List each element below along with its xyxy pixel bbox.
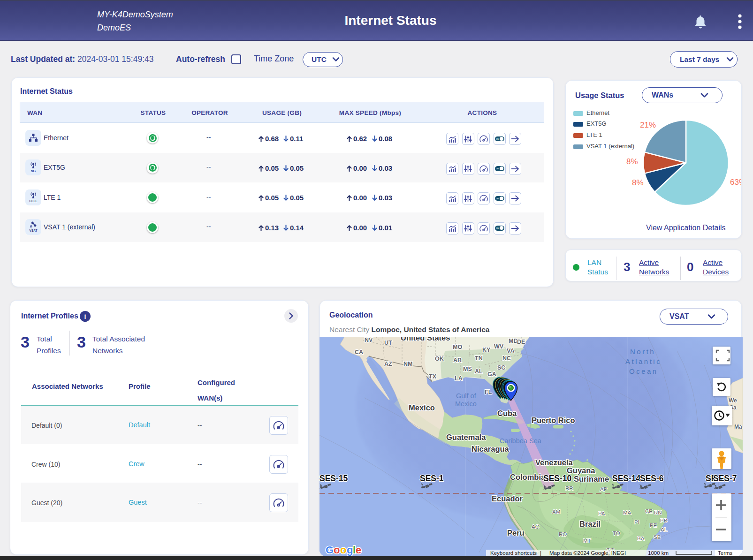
- svg-text:Ecuador: Ecuador: [492, 494, 523, 503]
- svg-text:SES-10: SES-10: [543, 474, 572, 483]
- svg-text:DE: DE: [517, 339, 525, 345]
- svg-text:We: We: [729, 397, 737, 404]
- svg-text:TN: TN: [475, 355, 483, 362]
- svg-text:BA: BA: [637, 536, 645, 541]
- svg-text:AZ: AZ: [384, 361, 392, 367]
- svg-text:1000 km: 1000 km: [648, 550, 669, 556]
- svg-text:Ocean: Ocean: [629, 367, 658, 375]
- svg-text:MD: MD: [509, 338, 517, 344]
- svg-text:SES-7: SES-7: [713, 474, 737, 483]
- svg-text:Sea: Sea: [529, 437, 542, 445]
- svg-text:Mexico: Mexico: [409, 403, 435, 412]
- svg-text:Nicaragua: Nicaragua: [472, 445, 510, 453]
- svg-text:|: |: [540, 550, 541, 556]
- svg-text:G: G: [326, 544, 334, 556]
- svg-text:FL: FL: [485, 389, 492, 395]
- svg-text:CA: CA: [355, 349, 363, 356]
- svg-text:Terms: Terms: [718, 550, 733, 556]
- svg-text:OK: OK: [435, 356, 444, 362]
- svg-text:MO: MO: [453, 344, 462, 350]
- svg-text:o: o: [334, 544, 340, 556]
- svg-text:Peru: Peru: [507, 529, 525, 537]
- svg-text:GA: GA: [487, 371, 496, 378]
- svg-text:e: e: [356, 544, 362, 556]
- svg-text:CELL: CELL: [30, 199, 38, 203]
- svg-text:AL: AL: [475, 368, 483, 375]
- svg-text:Colombia: Colombia: [510, 473, 546, 481]
- svg-text:MT: MT: [583, 538, 591, 544]
- svg-text:PI: PI: [634, 519, 639, 525]
- svg-text:VA: VA: [507, 348, 514, 354]
- svg-text:CE: CE: [645, 508, 653, 514]
- svg-text:RN: RN: [654, 510, 662, 515]
- svg-text:SES-6: SES-6: [640, 474, 664, 483]
- svg-text:NC: NC: [502, 355, 511, 362]
- svg-text:KY: KY: [482, 347, 491, 353]
- svg-text:SC: SC: [497, 364, 505, 371]
- svg-text:Suriname: Suriname: [574, 475, 609, 483]
- svg-text:Caribbea: Caribbea: [500, 437, 528, 445]
- svg-text:United States: United States: [401, 337, 450, 342]
- svg-text:Cuba: Cuba: [497, 409, 517, 417]
- svg-text:PB: PB: [660, 518, 668, 523]
- svg-text:LA: LA: [455, 375, 463, 382]
- svg-text:TO: TO: [613, 530, 620, 536]
- svg-text:o: o: [340, 544, 347, 556]
- svg-text:Puerto Rico: Puerto Rico: [532, 416, 575, 424]
- svg-text:AR: AR: [453, 357, 462, 363]
- svg-text:SES-15: SES-15: [319, 474, 348, 483]
- svg-text:SES-1: SES-1: [420, 474, 444, 483]
- svg-text:UT: UT: [384, 340, 392, 346]
- svg-text:MA: MA: [623, 510, 631, 515]
- svg-text:AL: AL: [661, 527, 668, 532]
- svg-text:RO: RO: [559, 531, 567, 537]
- svg-text:MS: MS: [463, 366, 472, 372]
- svg-text:WV: WV: [494, 343, 504, 350]
- svg-text:PE: PE: [650, 522, 657, 528]
- svg-text:Map data ©2024 Google, INEGI: Map data ©2024 Google, INEGI: [549, 550, 626, 556]
- svg-text:AC: AC: [532, 524, 539, 530]
- svg-text:Venezuela: Venezuela: [535, 458, 573, 467]
- svg-text:5G: 5G: [31, 169, 36, 173]
- svg-text:SE: SE: [654, 534, 661, 540]
- svg-text:Mexico: Mexico: [455, 400, 477, 408]
- svg-text:g: g: [347, 544, 353, 556]
- svg-text:Guatemala: Guatemala: [446, 433, 486, 441]
- svg-text:Ma: Ma: [734, 424, 742, 430]
- svg-text:Brazil: Brazil: [579, 520, 601, 528]
- svg-text:NM: NM: [403, 361, 412, 367]
- svg-text:AM: AM: [552, 509, 560, 515]
- svg-text:Atlantic: Atlantic: [625, 357, 662, 365]
- svg-text:AP: AP: [600, 486, 608, 492]
- svg-text:Gulf of: Gulf of: [456, 392, 477, 400]
- svg-text:RR: RR: [565, 485, 573, 491]
- svg-text:SES-14: SES-14: [612, 474, 641, 483]
- svg-text:TX: TX: [429, 373, 437, 380]
- svg-text:PA: PA: [598, 511, 605, 516]
- svg-text:VSAT: VSAT: [30, 229, 38, 232]
- svg-text:North: North: [630, 348, 655, 356]
- svg-text:Keyboard shortcuts: Keyboard shortcuts: [490, 550, 537, 556]
- svg-text:NV: NV: [365, 337, 373, 343]
